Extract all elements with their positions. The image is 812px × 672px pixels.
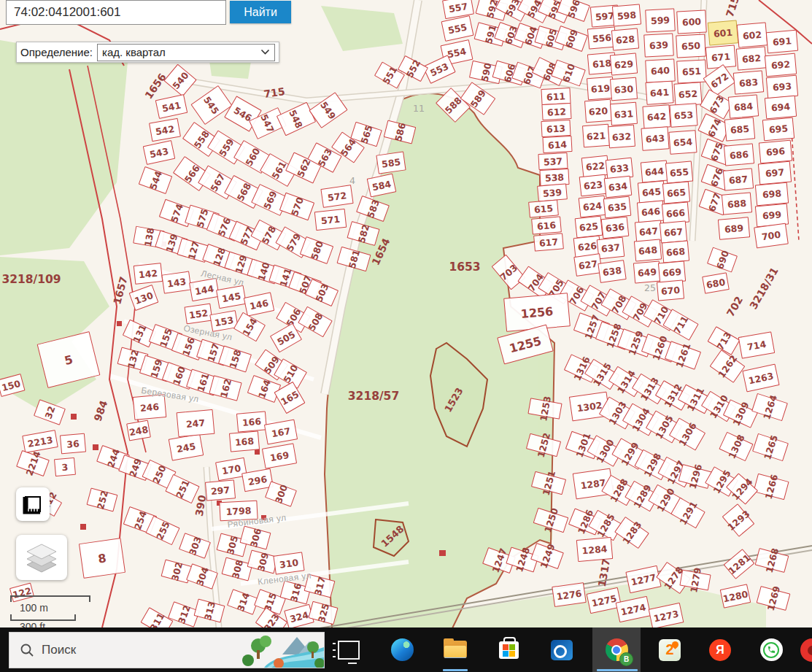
scale-line-metric [10, 595, 90, 602]
cadastral-search-box[interactable] [6, 0, 226, 25]
microsoft-store-icon [499, 641, 519, 659]
definition-label: Определение: [20, 46, 93, 58]
street-layer: Лесная улОзерная улБерезовая улРябиновая… [0, 0, 812, 672]
search-icon [20, 643, 34, 657]
2gis-icon: 2 [659, 639, 681, 661]
street-label: Озерная ул [182, 323, 233, 343]
street-label: Лесная ул [200, 268, 245, 287]
street-label: Рябиновая ул [227, 512, 287, 530]
taskbar-outlook-button[interactable] [539, 627, 584, 672]
taskbar-search[interactable]: Поиск [9, 632, 325, 668]
definition-panel: Определение: кад. квартал [16, 42, 279, 63]
ruler-icon [22, 493, 44, 515]
taskbar-2gis-button[interactable]: 2 [647, 627, 692, 672]
layers-icon [23, 541, 61, 573]
measure-tool-button[interactable] [16, 487, 50, 521]
definition-value: кад. квартал [102, 46, 166, 58]
find-button[interactable]: Найти [230, 1, 291, 23]
task-view-icon [338, 641, 360, 660]
taskbar-whatsapp-button[interactable] [749, 627, 794, 672]
yandex-browser-icon: Я [709, 639, 731, 661]
vk-badge: В [619, 652, 633, 666]
windows-taskbar: Поиск [0, 627, 812, 672]
taskbar-store-button[interactable] [486, 627, 531, 672]
edge-icon [391, 638, 414, 661]
scale-line-imperial [10, 614, 76, 621]
taskbar-yandex-button[interactable]: Я [697, 627, 743, 672]
taskbar-file-explorer-button[interactable] [433, 627, 478, 672]
desktop-screen: 1656540541542543544545546547548549715715… [0, 0, 812, 672]
active-app-indicator [597, 669, 638, 671]
taskbar-task-view-button[interactable] [326, 627, 371, 672]
file-explorer-icon [444, 641, 467, 660]
app-partial-icon[interactable] [800, 638, 812, 662]
search-input[interactable] [7, 5, 225, 20]
definition-select[interactable]: кад. квартал [97, 44, 275, 61]
map-canvas[interactable]: 1656540541542543544545546547548549715715… [0, 0, 812, 672]
street-label: Кленовая ул [257, 571, 312, 587]
taskbar-edge-button[interactable] [379, 627, 425, 672]
open-app-indicator [443, 669, 468, 671]
whatsapp-icon [760, 638, 783, 661]
chevron-down-icon [260, 49, 270, 55]
scale-metric: 100 m [10, 602, 90, 614]
taskbar-search-label: Поиск [42, 643, 76, 657]
outlook-icon [551, 640, 573, 660]
taskbar-chrome-button[interactable]: В [594, 627, 639, 672]
street-label: Березовая ул [140, 385, 199, 404]
layers-button[interactable] [16, 535, 67, 580]
weather-illustration [242, 633, 324, 668]
